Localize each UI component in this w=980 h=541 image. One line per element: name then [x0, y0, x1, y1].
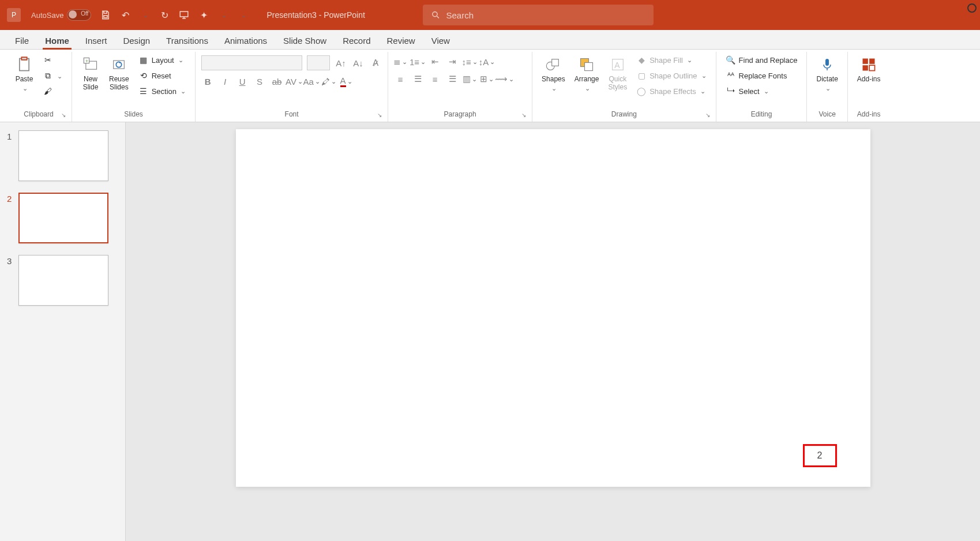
search-input[interactable] — [446, 10, 645, 20]
layout-button[interactable]: ▦Layout — [135, 53, 189, 67]
tab-slideshow[interactable]: Slide Show — [275, 32, 335, 49]
thumb-preview[interactable] — [18, 255, 108, 306]
tab-animations[interactable]: Animations — [216, 32, 275, 49]
columns-button[interactable]: ▥ — [463, 73, 476, 85]
shapes-icon — [544, 55, 562, 74]
thumb-preview[interactable] — [18, 193, 108, 243]
decrease-font-icon[interactable]: A↓ — [352, 57, 365, 69]
cut-button[interactable]: ✂ — [39, 53, 66, 67]
select-button[interactable]: ⮡Select — [722, 84, 801, 98]
underline-button[interactable]: U — [236, 75, 249, 88]
format-painter-button[interactable]: 🖌 — [39, 84, 66, 98]
reset-icon: ⟲ — [138, 70, 149, 81]
change-case-button[interactable]: Aa — [305, 75, 318, 88]
group-addins: Add-ins Add-ins — [848, 52, 890, 122]
thumb-number: 2 — [7, 193, 13, 204]
decrease-indent-button[interactable]: ⇤ — [429, 55, 441, 68]
save-icon[interactable] — [99, 9, 112, 21]
slide-number-placeholder[interactable]: 2 — [803, 444, 837, 467]
new-slide-button[interactable]: + New Slide — [78, 53, 103, 93]
ribbon: Paste ✂ ⧉ 🖌 Clipboard↘ + New Slide Reuse… — [0, 50, 980, 122]
thumb-number: 3 — [7, 255, 13, 266]
highlight-button[interactable]: 🖍 — [322, 75, 335, 88]
increase-font-icon[interactable]: A↑ — [335, 57, 347, 69]
tab-view[interactable]: View — [423, 32, 458, 49]
shapes-button[interactable]: Shapes — [538, 53, 569, 95]
smartart-button[interactable]: ⟿ — [498, 73, 510, 85]
tab-transitions[interactable]: Transitions — [158, 32, 216, 49]
replace-fonts-button[interactable]: ᴬᴬReplace Fonts — [722, 69, 801, 82]
align-center-button[interactable]: ☰ — [411, 73, 424, 85]
autosave-toggle[interactable]: Off — [67, 9, 91, 21]
new-slide-icon: + — [81, 55, 100, 74]
strikethrough-button[interactable]: ab — [271, 75, 283, 88]
clipboard-launcher[interactable]: ↘ — [61, 112, 66, 118]
group-clipboard: Paste ✂ ⧉ 🖌 Clipboard↘ — [6, 52, 72, 122]
paste-icon — [15, 55, 33, 74]
svg-rect-16 — [825, 59, 829, 66]
svg-rect-20 — [869, 65, 874, 70]
paragraph-launcher[interactable]: ↘ — [521, 112, 526, 118]
shape-fill-button: ◆Shape Fill — [633, 53, 709, 67]
find-replace-button[interactable]: 🔍Find and Replace — [722, 53, 801, 67]
bold-button[interactable]: B — [201, 75, 214, 88]
autosave-control[interactable]: AutoSave Off — [31, 9, 91, 21]
present-from-beginning-icon[interactable] — [178, 9, 190, 21]
reset-button[interactable]: ⟲Reset — [135, 69, 189, 82]
tab-insert[interactable]: Insert — [77, 32, 115, 49]
tab-design[interactable]: Design — [115, 32, 158, 49]
star-icon[interactable]: ✦ — [197, 9, 210, 21]
drawing-launcher[interactable]: ↘ — [705, 112, 710, 118]
reuse-slides-button[interactable]: Reuse Slides — [106, 53, 133, 93]
thumbnail-1[interactable]: 1 — [7, 130, 118, 181]
shadow-button[interactable]: S — [253, 75, 266, 88]
dictate-button[interactable]: Dictate — [813, 53, 841, 95]
thumb-preview[interactable] — [18, 130, 108, 181]
section-button[interactable]: ☰Section — [135, 84, 189, 98]
slide-editor[interactable]: 2 — [126, 122, 980, 541]
thumbnail-3[interactable]: 3 — [7, 255, 118, 306]
arrange-icon — [577, 55, 596, 74]
align-left-button[interactable]: ≡ — [394, 73, 407, 85]
tab-review[interactable]: Review — [379, 32, 423, 49]
tab-record[interactable]: Record — [335, 32, 378, 49]
bullets-button[interactable]: ≣ — [394, 55, 407, 68]
font-color-button[interactable]: A — [340, 75, 352, 88]
slide-thumbnails-panel[interactable]: 1 2 3 — [0, 122, 126, 541]
text-direction-button[interactable]: ↕A — [480, 55, 493, 68]
recording-indicator-icon[interactable] — [967, 3, 977, 13]
copy-icon: ⧉ — [43, 70, 53, 81]
char-spacing-button[interactable]: AV — [288, 75, 301, 88]
italic-button[interactable]: I — [219, 75, 231, 88]
font-name-combo[interactable] — [201, 55, 302, 70]
tab-file[interactable]: File — [7, 32, 37, 49]
justify-button[interactable]: ☰ — [446, 73, 459, 85]
paste-button[interactable]: Paste — [12, 53, 37, 95]
shape-effects-button: ◯Shape Effects — [633, 84, 709, 98]
copy-button[interactable]: ⧉ — [39, 69, 66, 82]
undo-icon[interactable]: ↶ — [119, 9, 132, 21]
tab-home[interactable]: Home — [37, 32, 77, 49]
undo-dropdown[interactable] — [138, 9, 151, 21]
addins-button[interactable]: Add-ins — [854, 53, 884, 85]
align-text-button[interactable]: ⊞ — [480, 73, 493, 85]
align-right-button[interactable]: ≡ — [429, 73, 441, 85]
line-spacing-button[interactable]: ↕≡ — [463, 55, 476, 68]
autosave-label: AutoSave — [31, 11, 63, 20]
slide-canvas[interactable]: 2 — [236, 129, 870, 487]
font-size-combo[interactable] — [307, 55, 330, 70]
increase-indent-button[interactable]: ⇥ — [446, 55, 459, 68]
qat-customize-dropdown[interactable] — [236, 9, 249, 21]
clear-formatting-icon[interactable]: A̷ — [369, 57, 382, 69]
cursor-icon: ⮡ — [726, 86, 736, 96]
arrange-button[interactable]: Arrange — [571, 53, 603, 95]
search-box[interactable] — [423, 5, 654, 25]
qat-more-dropdown[interactable] — [217, 9, 230, 21]
group-label-font: Font — [285, 110, 299, 118]
numbering-button[interactable]: 1≡ — [411, 55, 424, 68]
thumbnail-2[interactable]: 2 — [7, 193, 118, 243]
search-icon: 🔍 — [726, 55, 736, 65]
font-launcher[interactable]: ↘ — [377, 112, 382, 118]
redo-icon[interactable]: ↻ — [158, 9, 171, 21]
group-drawing: Shapes Arrange A Quick Styles ◆Shape Fil… — [532, 52, 716, 122]
